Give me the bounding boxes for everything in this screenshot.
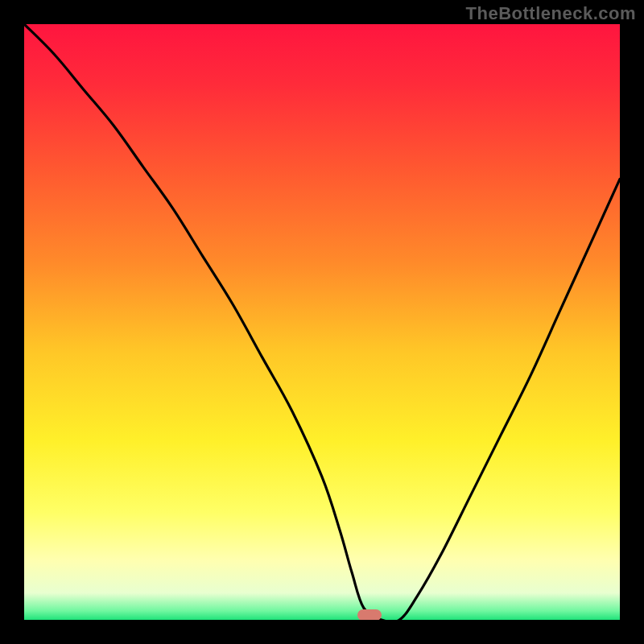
optimum-marker bbox=[357, 609, 382, 620]
plot-area bbox=[24, 24, 620, 620]
gradient-background bbox=[24, 24, 620, 620]
watermark-text: TheBottleneck.com bbox=[466, 3, 636, 24]
chart-frame: TheBottleneck.com bbox=[0, 0, 644, 644]
plot-svg bbox=[24, 24, 620, 620]
